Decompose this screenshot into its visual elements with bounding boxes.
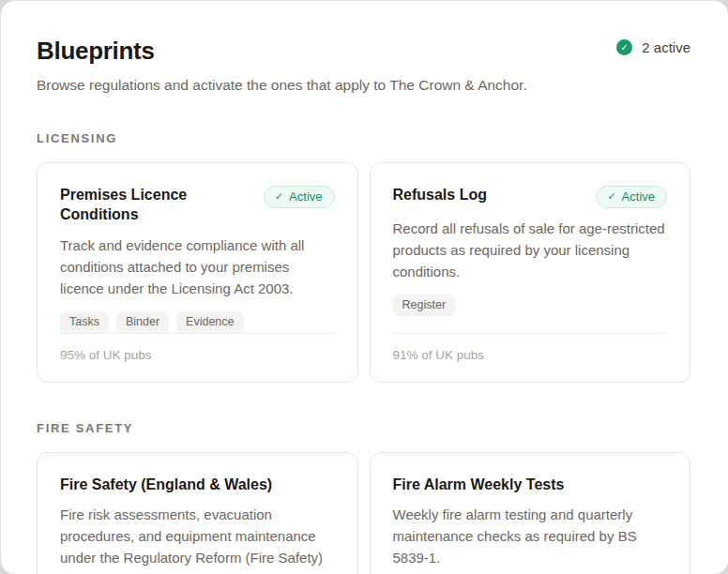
card-description: Track and evidence compliance with all c… xyxy=(60,234,335,299)
card-description: Weekly fire alarm testing and quarterly … xyxy=(393,504,668,568)
card-title: Refusals Log xyxy=(393,186,487,205)
active-badge[interactable]: ✓ Active xyxy=(264,186,335,208)
active-badge-label: Active xyxy=(622,189,655,204)
adoption-stat: 95% of UK pubs xyxy=(60,348,152,362)
card-title: Fire Safety (England & Wales) xyxy=(60,476,272,495)
active-count-label: 2 active xyxy=(642,39,690,55)
card-title: Premises Licence Conditions xyxy=(60,186,254,225)
active-count-status: ✓ 2 active xyxy=(616,39,690,55)
card-footer: 91% of UK pubs xyxy=(393,333,668,363)
card-head: Fire Alarm Weekly Tests xyxy=(393,476,668,495)
blueprint-card[interactable]: Refusals Log ✓ Active Record all refusal… xyxy=(370,162,691,383)
blueprint-card[interactable]: Fire Alarm Weekly Tests Weekly fire alar… xyxy=(370,452,691,574)
sections-container: LICENSING Premises Licence Conditions ✓ … xyxy=(37,131,690,574)
blueprint-section: FIRE SAFETY Fire Safety (England & Wales… xyxy=(37,421,690,574)
card-tags: TasksBinderEvidence xyxy=(60,311,335,333)
blueprint-card[interactable]: Fire Safety (England & Wales) Fire risk … xyxy=(37,452,358,574)
tag-pill: Tasks xyxy=(60,311,109,333)
page-header: Blueprints ✓ 2 active Browse regulations… xyxy=(37,38,690,96)
section-label: FIRE SAFETY xyxy=(37,421,690,435)
card-description: Record all refusals of sale for age-rest… xyxy=(393,218,668,282)
page-subtitle: Browse regulations and activate the ones… xyxy=(37,76,690,96)
tag-pill: Binder xyxy=(116,311,169,333)
section-label: LICENSING xyxy=(37,131,690,145)
card-description: Fire risk assessments, evacuation proced… xyxy=(60,504,335,574)
adoption-stat: 91% of UK pubs xyxy=(393,348,485,362)
active-check-icon: ✓ xyxy=(616,39,632,55)
active-badge-label: Active xyxy=(289,189,322,204)
card-title: Fire Alarm Weekly Tests xyxy=(393,476,565,495)
card-head: Refusals Log ✓ Active xyxy=(393,186,668,208)
blueprint-card[interactable]: Premises Licence Conditions ✓ Active Tra… xyxy=(37,162,358,383)
check-icon: ✓ xyxy=(275,190,283,203)
active-badge[interactable]: ✓ Active xyxy=(596,186,667,208)
card-footer: 95% of UK pubs xyxy=(60,333,335,363)
card-tags: Register xyxy=(393,295,668,316)
card-head: Fire Safety (England & Wales) xyxy=(60,476,335,495)
check-icon: ✓ xyxy=(607,190,615,203)
card-head: Premises Licence Conditions ✓ Active xyxy=(60,186,335,225)
cards-grid: Premises Licence Conditions ✓ Active Tra… xyxy=(37,162,690,383)
cards-grid: Fire Safety (England & Wales) Fire risk … xyxy=(37,452,690,574)
blueprint-section: LICENSING Premises Licence Conditions ✓ … xyxy=(37,131,690,383)
blueprints-panel: Blueprints ✓ 2 active Browse regulations… xyxy=(0,0,728,574)
page-title: Blueprints xyxy=(37,38,155,63)
tag-pill: Evidence xyxy=(176,311,243,333)
tag-pill: Register xyxy=(393,295,456,316)
